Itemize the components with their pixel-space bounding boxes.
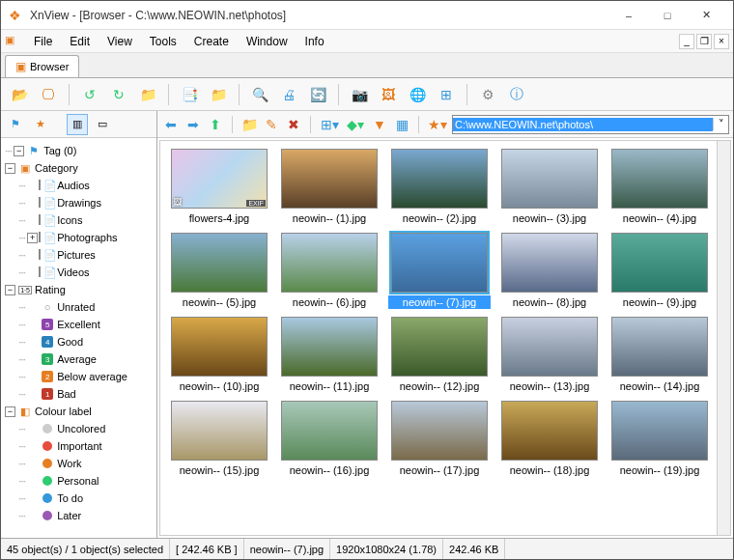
refresh-button[interactable]: 📁 <box>135 82 160 107</box>
thumbnail-label[interactable]: neowin-- (2).jpg <box>388 211 491 225</box>
thumbnail-item[interactable]: neowin-- (6).jpg <box>278 233 381 309</box>
thumbnail-image[interactable] <box>611 233 708 293</box>
fullscreen-button[interactable]: 🖵 <box>36 82 61 107</box>
expand-icon[interactable]: − <box>5 285 15 295</box>
tree-node[interactable]: ····−⚑Tag (0) <box>3 142 155 159</box>
tree-node[interactable]: ····📄Videos <box>3 264 155 281</box>
node-label[interactable]: Category <box>35 162 78 174</box>
menu-create[interactable]: Create <box>186 32 237 51</box>
tree-node[interactable]: ····Later <box>3 507 155 524</box>
menu-view[interactable]: View <box>99 32 140 51</box>
thumbnail-image[interactable] <box>501 401 598 461</box>
vertical-scrollbar[interactable] <box>717 141 730 535</box>
thumbnail-item[interactable]: neowin-- (14).jpg <box>608 317 711 393</box>
thumbnail-item[interactable]: neowin-- (5).jpg <box>168 233 270 309</box>
thumbnail-image[interactable] <box>391 317 488 377</box>
thumbnail-label[interactable]: neowin-- (9).jpg <box>608 295 711 309</box>
layout-button[interactable]: ▦ <box>392 115 411 134</box>
tree-node[interactable]: ····Uncolored <box>3 420 155 437</box>
thumbnail-label[interactable]: neowin-- (19).jpg <box>608 463 711 477</box>
minimize-button[interactable]: – <box>609 2 648 29</box>
node-label[interactable]: Photographs <box>57 232 117 243</box>
thumbnail-label[interactable]: neowin-- (5).jpg <box>168 295 270 309</box>
path-dropdown-icon[interactable]: ˅ <box>713 118 728 130</box>
thumbnail-image[interactable] <box>391 401 488 461</box>
filter-button[interactable]: ▼ <box>370 115 389 134</box>
thumbnail-image[interactable] <box>171 401 268 461</box>
tree-node[interactable]: ····+📄Photographs <box>3 229 155 246</box>
thumbnail-label[interactable]: neowin-- (18).jpg <box>498 463 601 477</box>
node-label[interactable]: Audios <box>57 180 90 191</box>
tree-node[interactable]: ····Important <box>3 437 155 455</box>
new-folder-button[interactable]: 📁 <box>240 115 259 134</box>
thumbnail-item[interactable]: neowin-- (17).jpg <box>388 401 491 477</box>
node-label[interactable]: Pictures <box>57 249 96 261</box>
thumbnail-image[interactable] <box>171 233 268 293</box>
thumbnail-label[interactable]: neowin-- (1).jpg <box>278 211 381 225</box>
node-label[interactable]: Bad <box>57 388 76 400</box>
rotate-left-button[interactable]: ↺ <box>77 82 102 107</box>
tree-node[interactable]: ····📄Icons <box>3 211 155 229</box>
webpage-button[interactable]: 🌐 <box>405 82 430 107</box>
node-label[interactable]: Work <box>57 458 81 469</box>
print-button[interactable]: 🖨 <box>276 82 301 107</box>
search-button[interactable]: 🔍 <box>247 82 272 107</box>
node-label[interactable]: Rating <box>35 284 66 295</box>
about-button[interactable]: ⓘ <box>504 82 529 107</box>
thumbnail-label[interactable]: neowin-- (4).jpg <box>608 211 711 225</box>
node-label[interactable]: Colour label <box>35 406 92 417</box>
tree-node[interactable]: ····1Bad <box>3 385 155 403</box>
thumbnail-image[interactable] <box>501 233 598 293</box>
thumbnail-label[interactable]: neowin-- (6).jpg <box>278 295 381 309</box>
mdi-close[interactable]: × <box>714 34 729 49</box>
thumbnail-grid[interactable]: 🖼EXIFflowers-4.jpgneowin-- (1).jpgneowin… <box>159 140 731 536</box>
move-to-button[interactable]: 📁 <box>206 82 231 107</box>
menu-file[interactable]: File <box>26 32 60 51</box>
rotate-right-button[interactable]: ↻ <box>106 82 131 107</box>
maximize-button[interactable]: □ <box>648 2 687 29</box>
thumbnail-label[interactable]: neowin-- (10).jpg <box>168 379 270 393</box>
node-label[interactable]: Personal <box>57 475 99 487</box>
thumbnail-image[interactable] <box>611 401 708 461</box>
thumbnail-item[interactable]: neowin-- (19).jpg <box>608 401 711 477</box>
expand-icon[interactable]: − <box>5 406 15 417</box>
tree-node[interactable]: ····📄Pictures <box>3 246 155 264</box>
tree-node[interactable]: ····Work <box>3 455 155 472</box>
thumbnail-image[interactable] <box>171 317 268 377</box>
thumbnail-item[interactable]: neowin-- (10).jpg <box>168 317 270 393</box>
thumbnail-item[interactable]: neowin-- (8).jpg <box>498 233 601 309</box>
node-label[interactable]: Videos <box>57 266 89 278</box>
thumbnail-label[interactable]: neowin-- (7).jpg <box>388 295 491 309</box>
close-button[interactable]: ✕ <box>687 2 725 29</box>
node-label[interactable]: Tag (0) <box>43 145 76 156</box>
slideshow-button[interactable]: 🖼 <box>376 82 401 107</box>
rename-button[interactable]: ✎ <box>262 115 281 134</box>
expand-icon[interactable]: − <box>5 163 15 174</box>
contact-sheet-button[interactable]: ⊞ <box>434 82 459 107</box>
view-mode-button[interactable]: ⊞▾ <box>318 115 341 134</box>
node-label[interactable]: To do <box>57 492 83 504</box>
tab-browser[interactable]: ▣ Browser <box>5 55 79 77</box>
thumbnail-item[interactable]: neowin-- (12).jpg <box>388 317 491 393</box>
thumbnail-label[interactable]: neowin-- (16).jpg <box>278 463 381 477</box>
node-label[interactable]: Average <box>57 353 97 365</box>
tree-node[interactable]: ····📄Drawings <box>3 194 155 211</box>
thumbnail-image[interactable] <box>391 233 488 293</box>
menu-edit[interactable]: Edit <box>62 32 98 51</box>
thumbnail-item[interactable]: neowin-- (13).jpg <box>498 317 601 393</box>
thumbnail-image[interactable] <box>281 233 378 293</box>
thumbnail-label[interactable]: neowin-- (8).jpg <box>498 295 601 309</box>
tree-node[interactable]: −1·5Rating <box>3 281 155 298</box>
menu-window[interactable]: Window <box>239 32 296 51</box>
tree-node[interactable]: −◧Colour label <box>3 403 155 420</box>
convert-button[interactable]: 🔄 <box>305 82 330 107</box>
thumbnail-item[interactable]: neowin-- (11).jpg <box>278 317 381 393</box>
open-button[interactable]: 📂 <box>7 82 32 107</box>
favorite-button[interactable]: ★▾ <box>426 115 449 134</box>
mdi-restore[interactable]: ❐ <box>696 34 712 49</box>
thumbnail-item[interactable]: neowin-- (16).jpg <box>278 401 381 477</box>
thumbnail-image[interactable] <box>501 317 598 377</box>
thumbnail-item[interactable]: neowin-- (2).jpg <box>388 149 491 225</box>
node-label[interactable]: Drawings <box>57 197 101 209</box>
node-label[interactable]: Icons <box>57 214 82 226</box>
